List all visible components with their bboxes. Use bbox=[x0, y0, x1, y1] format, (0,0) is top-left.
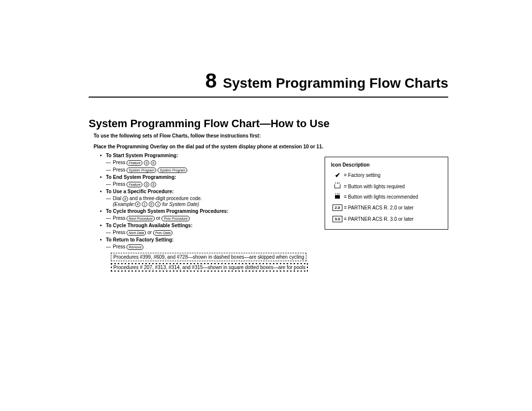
factory-setting-item: To Return to Factory Setting: Press Remo… bbox=[106, 237, 448, 250]
factory-desc: = Factory setting bbox=[344, 172, 442, 178]
page: 8 System Programming Flow Charts System … bbox=[0, 0, 532, 272]
cycle-set-label: To Cycle Through Available Settings: bbox=[106, 223, 193, 228]
dashed-note: Procedures #399, #609, and #728—shown in… bbox=[111, 253, 306, 261]
zero-key: 0 bbox=[144, 160, 149, 166]
factory-label: To Return to Factory Setting: bbox=[106, 237, 174, 242]
icon-row-lights-recommended: = Button with lights recommended bbox=[331, 194, 442, 200]
version-20-icon: 2.0 bbox=[331, 205, 344, 211]
check-icon: ✔ bbox=[331, 171, 344, 179]
prevdata-key: Prev Data bbox=[153, 230, 172, 236]
v20-desc: = PARTNER ACS R. 2.0 or later bbox=[344, 205, 442, 210]
one-key: 1 bbox=[142, 202, 147, 207]
chapter-title-text: System Programming Flow Charts bbox=[223, 75, 448, 91]
sysprog-key: System Program bbox=[127, 168, 156, 173]
section-title: System Programming Flow Chart—How to Use bbox=[89, 117, 448, 130]
zero-key: 0 bbox=[151, 182, 156, 187]
dotted-note: Procedures # 207, #313, #314, and #315—s… bbox=[111, 263, 308, 272]
zero-key: 0 bbox=[144, 182, 149, 187]
icon-row-v30: 3.0 = PARTNER ACS R. 3.0 or later bbox=[331, 216, 442, 222]
hash-key: # bbox=[123, 196, 128, 202]
feature-key: Feature bbox=[127, 160, 142, 166]
specific-label: To Use a Specific Procedure: bbox=[106, 189, 174, 194]
light-required-icon bbox=[331, 184, 344, 189]
icon-row-lights-required: = Button with lights required bbox=[331, 184, 442, 189]
icon-row-factory: ✔ = Factory setting bbox=[331, 171, 442, 179]
chapter-number: 8 bbox=[205, 69, 217, 92]
cycle-set-line1: Press Next Data or Prev Data bbox=[113, 230, 448, 236]
nextdata-key: Next Data bbox=[127, 230, 146, 236]
overlay-note: Place the Programming Overlay on the dia… bbox=[94, 143, 448, 150]
icon-box-title: Icon Description bbox=[331, 162, 442, 168]
sysprog-key: System Program bbox=[158, 168, 187, 173]
factory-line1: Press Remove bbox=[113, 244, 448, 250]
intro-text: To use the following sets of Flow Charts… bbox=[89, 133, 448, 138]
lights-rec-desc: = Button with lights recommended bbox=[344, 194, 442, 200]
start-label: To Start System Programming: bbox=[106, 153, 178, 158]
version-30-icon: 3.0 bbox=[331, 216, 344, 222]
nextproc-key: Next Procedure bbox=[127, 216, 155, 221]
icon-row-v20: 2.0 = PARTNER ACS R. 2.0 or later bbox=[331, 205, 442, 211]
zero-key: 0 bbox=[149, 202, 154, 207]
light-recommended-icon bbox=[331, 194, 344, 200]
remove-key: Remove bbox=[127, 244, 143, 250]
end-label: To End System Programming: bbox=[106, 174, 176, 180]
v30-desc: = PARTNER ACS R. 3.0 or later bbox=[344, 216, 442, 222]
lights-req-desc: = Button with lights required bbox=[344, 184, 442, 189]
instructions-block: Place the Programming Overlay on the dia… bbox=[89, 143, 448, 272]
cycle-proc-label: To Cycle through System Programming Proc… bbox=[106, 208, 229, 214]
note-boxes: Procedures #399, #609, and #728—shown in… bbox=[94, 253, 448, 272]
one-key: 1 bbox=[155, 202, 161, 207]
hash-key: # bbox=[135, 202, 140, 207]
zero-key: 0 bbox=[151, 160, 156, 166]
prevproc-key: Prev Procedure bbox=[162, 216, 190, 221]
divider bbox=[89, 97, 448, 98]
chapter-heading: 8 System Programming Flow Charts bbox=[89, 69, 448, 93]
icon-description-box: Icon Description ✔ = Factory setting = B… bbox=[325, 157, 448, 230]
feature-key: Feature bbox=[127, 182, 142, 187]
